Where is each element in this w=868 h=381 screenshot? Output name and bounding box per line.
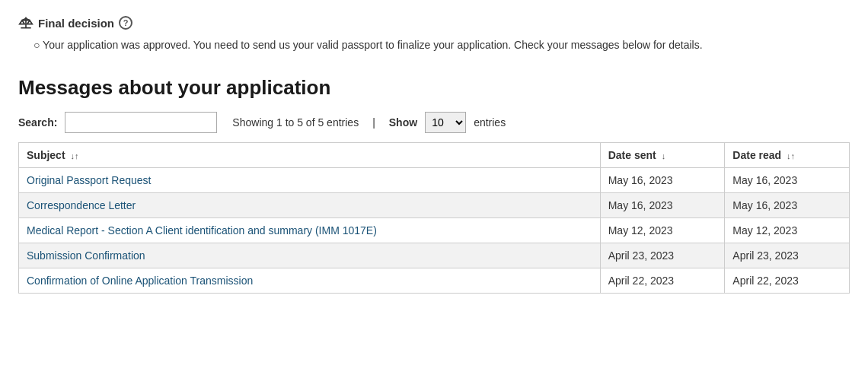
messages-section: Messages about your application Search: … xyxy=(18,76,850,294)
table-row: Confirmation of Online Application Trans… xyxy=(19,268,850,294)
cell-date-sent: May 16, 2023 xyxy=(600,168,725,193)
table-row: Submission ConfirmationApril 23, 2023Apr… xyxy=(19,243,850,268)
cell-subject: Confirmation of Online Application Trans… xyxy=(19,268,601,294)
help-icon[interactable]: ? xyxy=(119,16,132,30)
date-read-sort-icon[interactable]: ↓↑ xyxy=(787,151,795,160)
subject-sort-icon[interactable]: ↓↑ xyxy=(70,151,78,160)
table-row: Correspondence LetterMay 16, 2023May 16,… xyxy=(19,193,850,218)
final-decision-message: Your application was approved. You need … xyxy=(34,37,850,53)
message-link[interactable]: Confirmation of Online Application Trans… xyxy=(27,275,253,287)
table-row: Original Passport RequestMay 16, 2023May… xyxy=(19,168,850,193)
table-header-row: Subject ↓↑ Date sent ↓ Date read ↓↑ xyxy=(19,143,850,168)
final-decision-header: Final decision ? xyxy=(18,15,850,30)
cell-date-sent: May 16, 2023 xyxy=(600,193,725,218)
final-decision-title: Final decision xyxy=(38,17,114,30)
entries-info: Showing 1 to 5 of 5 entries xyxy=(232,116,359,129)
cell-subject: Original Passport Request xyxy=(19,168,601,193)
cell-date-read: May 12, 2023 xyxy=(725,218,850,243)
table-row: Medical Report - Section A Client identi… xyxy=(19,218,850,243)
final-decision-section: Final decision ? Your application was ap… xyxy=(18,15,850,53)
cell-subject: Medical Report - Section A Client identi… xyxy=(19,218,601,243)
entries-divider: | xyxy=(372,116,375,129)
entries-suffix: entries xyxy=(474,116,506,129)
show-label: Show xyxy=(389,116,417,129)
final-decision-body: Your application was approved. You need … xyxy=(18,37,850,53)
show-select[interactable]: 10 25 50 100 xyxy=(425,112,466,133)
cell-date-read: April 22, 2023 xyxy=(725,268,850,294)
col-subject[interactable]: Subject ↓↑ xyxy=(19,143,601,168)
search-label: Search: xyxy=(18,116,57,129)
message-link[interactable]: Submission Confirmation xyxy=(27,249,145,262)
messages-title: Messages about your application xyxy=(18,76,850,100)
col-date-read[interactable]: Date read ↓↑ xyxy=(725,143,850,168)
cell-subject: Correspondence Letter xyxy=(19,193,601,218)
cell-date-sent: May 12, 2023 xyxy=(600,218,725,243)
message-link[interactable]: Medical Report - Section A Client identi… xyxy=(27,224,377,237)
cell-date-sent: April 23, 2023 xyxy=(600,243,725,268)
table-wrapper: 签 证 老 兵 Subject ↓↑ Date sent ↓ Date read… xyxy=(18,142,850,294)
message-link[interactable]: Original Passport Request xyxy=(27,174,151,186)
cell-date-read: April 23, 2023 xyxy=(725,243,850,268)
cell-subject: Submission Confirmation xyxy=(19,243,601,268)
col-date-sent[interactable]: Date sent ↓ xyxy=(600,143,725,168)
cell-date-sent: April 22, 2023 xyxy=(600,268,725,294)
scale-icon xyxy=(18,15,34,30)
cell-date-read: May 16, 2023 xyxy=(725,168,850,193)
date-sent-sort-icon[interactable]: ↓ xyxy=(662,151,666,160)
messages-table: Subject ↓↑ Date sent ↓ Date read ↓↑ Orig… xyxy=(18,142,850,294)
message-link[interactable]: Correspondence Letter xyxy=(27,199,136,211)
search-input[interactable] xyxy=(65,112,217,133)
cell-date-read: May 16, 2023 xyxy=(725,193,850,218)
table-controls: Search: Showing 1 to 5 of 5 entries | Sh… xyxy=(18,112,850,133)
